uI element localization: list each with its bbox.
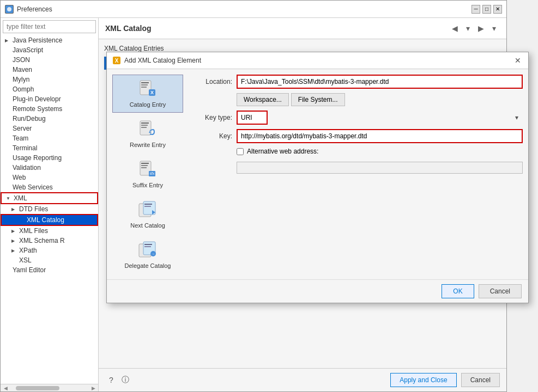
- expand-icon: ▶: [5, 38, 10, 43]
- dialog-icon: X: [112, 56, 121, 65]
- sidebar-item-label: Terminal: [13, 144, 37, 152]
- sidebar-item-xpath[interactable]: ▶ XPath: [1, 246, 98, 255]
- sidebar-item-xml-catalog[interactable]: XML Catalog: [1, 214, 98, 226]
- sidebar-item-label: Usage Reporting: [13, 154, 62, 162]
- sidebar-item-usage-reporting[interactable]: Usage Reporting: [1, 153, 98, 163]
- key-input[interactable]: [237, 129, 523, 143]
- filter-input[interactable]: [3, 20, 96, 33]
- next-catalog-icon-item[interactable]: Next Catalog: [112, 195, 183, 234]
- sidebar-item-yaml-editor[interactable]: Yaml Editor: [1, 265, 98, 275]
- sidebar-item-label: Web Services: [13, 183, 53, 191]
- sidebar-item-oomph[interactable]: Oomph: [1, 84, 98, 94]
- alt-web-input-container: [237, 162, 523, 174]
- dialog-ok-button[interactable]: OK: [442, 284, 474, 298]
- sidebar-item-label: Oomph: [13, 85, 34, 93]
- suffix-entry-icon-item[interactable]: sfx Suffix Entry: [112, 155, 183, 193]
- dialog-title-bar: X Add XML Catalog Element ✕: [107, 52, 528, 69]
- sidebar-item-javascript[interactable]: JavaScript: [1, 45, 98, 55]
- nav-forward-button[interactable]: ▶: [475, 22, 487, 34]
- sidebar-item-team[interactable]: Team: [1, 133, 98, 143]
- svg-rect-6: [141, 84, 148, 85]
- sidebar-item-terminal[interactable]: Terminal: [1, 143, 98, 153]
- sidebar-item-xsl[interactable]: XSL: [1, 255, 98, 265]
- scroll-left-btn[interactable]: ◀: [1, 385, 10, 391]
- location-input[interactable]: [237, 75, 523, 89]
- svg-text:→: →: [152, 252, 155, 256]
- sidebar-item-plugin-dev[interactable]: Plug-in Developr: [1, 94, 98, 104]
- sidebar-item-web-services[interactable]: Web Services: [1, 182, 98, 192]
- file-system-button[interactable]: File System...: [291, 93, 345, 106]
- svg-rect-11: [141, 122, 149, 124]
- minimize-button[interactable]: ─: [471, 5, 480, 14]
- sidebar-item-mylyn[interactable]: Mylyn: [1, 75, 98, 84]
- delegate-catalog-label: Delegate Catalog: [124, 262, 171, 269]
- sidebar-item-run-debug[interactable]: Run/Debug: [1, 114, 98, 124]
- workspace-button[interactable]: Workspace...: [237, 93, 289, 106]
- sidebar-item-web[interactable]: Web: [1, 173, 98, 182]
- svg-rect-16: [141, 163, 149, 164]
- sidebar-item-label: Yaml Editor: [13, 266, 46, 274]
- sidebar-hscrollbar[interactable]: ◀ ▶: [1, 384, 98, 391]
- xml-catalog-entries-title: XML Catalog Entries: [104, 45, 501, 52]
- key-type-select[interactable]: URI Public System: [237, 111, 268, 125]
- alt-web-address-input[interactable]: [237, 162, 523, 174]
- form-panel: Location: Workspace... File System... Ke…: [189, 75, 523, 274]
- alt-web-checkbox[interactable]: [237, 148, 244, 155]
- alt-web-label: Alternative web address:: [247, 148, 318, 155]
- sidebar-item-label: DTD Files: [19, 205, 48, 213]
- nav-back-button[interactable]: ◀: [449, 22, 461, 34]
- help-button[interactable]: ?: [105, 374, 117, 386]
- scrollbar-thumb[interactable]: [16, 386, 59, 390]
- sidebar-item-json[interactable]: JSON: [1, 55, 98, 65]
- info-button[interactable]: ⓘ: [119, 374, 131, 386]
- sidebar-item-xml-files[interactable]: ▶ XML Files: [1, 226, 98, 236]
- sidebar-item-label: Team: [13, 134, 28, 142]
- sidebar-item-label: XML Files: [19, 227, 48, 235]
- suffix-entry-label: Suffix Entry: [132, 182, 163, 188]
- dialog-close-button[interactable]: ✕: [513, 56, 523, 65]
- dialog-cancel-button[interactable]: Cancel: [479, 284, 522, 298]
- sidebar-item-label: Mylyn: [13, 76, 29, 83]
- scroll-right-btn[interactable]: ▶: [88, 385, 98, 391]
- sidebar-item-xml[interactable]: ▼ XML: [1, 192, 98, 204]
- svg-text:X: X: [115, 58, 119, 64]
- sidebar-item-label: JSON: [13, 56, 30, 64]
- sidebar-item-validation[interactable]: Validation: [1, 163, 98, 173]
- key-type-label: Key type:: [189, 114, 232, 121]
- svg-rect-13: [141, 127, 147, 128]
- svg-rect-23: [144, 204, 152, 205]
- window-controls: ─ □ ✕: [471, 5, 502, 14]
- apply-close-button[interactable]: Apply and Close: [390, 373, 456, 387]
- location-label: Location:: [189, 78, 232, 85]
- panel-title: XML Catalog: [105, 24, 152, 33]
- bottom-cancel-button[interactable]: Cancel: [461, 373, 500, 387]
- dialog-body: X Catalog Entry Rewrite: [107, 69, 528, 279]
- nav-back-dropdown-button[interactable]: ▾: [462, 22, 474, 34]
- nav-forward-dropdown-button[interactable]: ▾: [488, 22, 500, 34]
- sidebar-item-remote-systems[interactable]: Remote Systems: [1, 104, 98, 114]
- bottom-bar-left: ? ⓘ: [105, 374, 131, 386]
- delegate-catalog-icon: →: [138, 241, 158, 260]
- rewrite-entry-icon-item[interactable]: Rewrite Entry: [112, 115, 183, 153]
- key-type-select-wrapper: URI Public System: [237, 111, 523, 125]
- expand-icon: ▶: [11, 238, 17, 243]
- delegate-catalog-icon-item[interactable]: → Delegate Catalog: [112, 236, 183, 274]
- next-catalog-icon: [138, 200, 158, 220]
- nav-buttons: ◀ ▾ ▶ ▾: [449, 22, 500, 34]
- window-title: Preferences: [17, 5, 52, 13]
- close-window-button[interactable]: ✕: [493, 5, 502, 14]
- expand-icon: ▼: [6, 196, 11, 201]
- svg-rect-29: [144, 246, 151, 247]
- sidebar-item-label: Server: [13, 125, 32, 132]
- maximize-button[interactable]: □: [482, 5, 491, 14]
- sidebar: ▶ Java Persistence JavaScript JSON Maven: [1, 18, 99, 391]
- tree-container[interactable]: ▶ Java Persistence JavaScript JSON Maven: [1, 35, 98, 384]
- sidebar-item-server[interactable]: Server: [1, 124, 98, 133]
- catalog-entry-icon-item[interactable]: X Catalog Entry: [112, 75, 183, 113]
- sidebar-item-dtd-files[interactable]: ▶ DTD Files: [1, 204, 98, 214]
- sidebar-item-maven[interactable]: Maven: [1, 65, 98, 75]
- sidebar-item-label: Web: [13, 174, 26, 181]
- sidebar-item-java-persistence[interactable]: ▶ Java Persistence: [1, 35, 98, 45]
- panel-header: XML Catalog ◀ ▾ ▶ ▾: [99, 18, 506, 39]
- sidebar-item-xml-schema[interactable]: ▶ XML Schema R: [1, 236, 98, 246]
